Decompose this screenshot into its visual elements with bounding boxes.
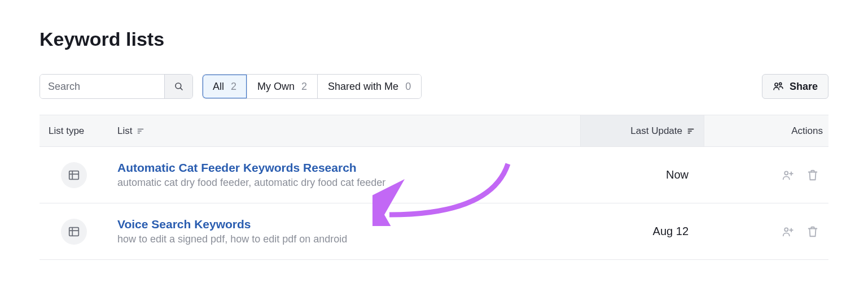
delete-row-button[interactable]: [806, 168, 819, 182]
tab-count: 0: [405, 81, 411, 93]
tab-all[interactable]: All 2: [203, 75, 247, 98]
delete-row-button[interactable]: [806, 225, 819, 238]
share-button[interactable]: Share: [762, 74, 828, 99]
tab-label: My Own: [257, 81, 295, 93]
people-share-icon: [773, 81, 784, 92]
table-icon: [68, 225, 80, 238]
last-update-value: Now: [580, 168, 704, 181]
share-row-button[interactable]: [781, 168, 795, 182]
search-button[interactable]: [164, 75, 192, 98]
list-type-icon-wrap: [61, 162, 87, 188]
person-add-icon: [782, 169, 794, 181]
table-icon: [68, 169, 80, 181]
trash-icon: [806, 225, 819, 238]
list-type-icon-wrap: [61, 219, 87, 245]
tab-count: 2: [301, 81, 307, 93]
share-row-button[interactable]: [781, 225, 795, 238]
col-last-update[interactable]: Last Update: [580, 115, 704, 146]
page-title: Keyword lists: [40, 28, 828, 50]
col-actions: Actions: [704, 125, 828, 137]
svg-rect-10: [69, 171, 79, 179]
table-row: Automatic Cat Feeder Keywords Research a…: [40, 147, 828, 203]
table-row: Voice Search Keywords how to edit a sign…: [40, 203, 828, 260]
tab-count: 2: [231, 81, 236, 93]
share-label: Share: [790, 81, 818, 93]
last-update-value: Aug 12: [580, 225, 704, 238]
svg-line-1: [180, 88, 182, 90]
list-title-link[interactable]: Voice Search Keywords: [117, 218, 251, 231]
person-add-icon: [782, 225, 794, 238]
search-input[interactable]: [40, 75, 164, 98]
svg-point-3: [779, 82, 782, 85]
sort-icon: [137, 127, 144, 135]
toolbar: All 2 My Own 2 Shared with Me 0 Share: [40, 74, 828, 99]
sort-icon: [687, 127, 695, 135]
search-icon: [174, 81, 184, 92]
tab-shared-with-me[interactable]: Shared with Me 0: [318, 75, 421, 98]
col-list-type[interactable]: List type: [40, 125, 108, 137]
svg-rect-16: [69, 227, 79, 236]
col-list[interactable]: List: [108, 125, 580, 137]
tab-label: Shared with Me: [328, 81, 398, 93]
list-subtitle: how to edit a signed pdf, how to edit pd…: [117, 233, 571, 245]
list-title-link[interactable]: Automatic Cat Feeder Keywords Research: [117, 161, 357, 175]
filter-tabs: All 2 My Own 2 Shared with Me 0: [202, 74, 422, 99]
svg-point-13: [784, 171, 788, 175]
svg-point-19: [784, 228, 788, 231]
keyword-lists-table: List type List Last Update Actions Autom…: [40, 115, 828, 260]
svg-point-2: [775, 83, 778, 86]
search-box: [40, 74, 193, 99]
list-subtitle: automatic cat dry food feeder, automatic…: [117, 177, 571, 189]
table-header: List type List Last Update Actions: [40, 115, 828, 147]
tab-label: All: [213, 81, 224, 93]
trash-icon: [806, 169, 819, 181]
tab-my-own[interactable]: My Own 2: [247, 75, 318, 98]
